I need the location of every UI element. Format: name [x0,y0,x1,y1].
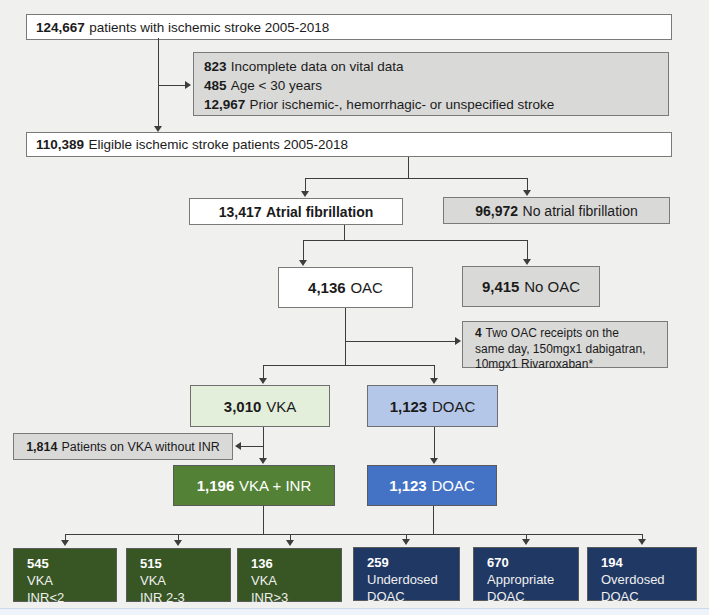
label: VKA [27,573,53,588]
flow-arrow-down [259,458,267,464]
flow-line [305,178,306,191]
label: DOAC [367,589,405,604]
label: VKA + INR [239,477,311,494]
flow-line [303,240,527,241]
flow-arrow-right [185,81,191,89]
flow-arrow-down [430,458,438,464]
label: Patients on VKA without INR [61,440,219,454]
exclusion-row: 823Incomplete data on vital data [204,57,668,76]
flow-arrow-down [61,540,69,546]
label: DOAC [487,589,525,604]
flow-line [434,365,435,378]
flow-line [263,365,264,378]
box-vka-inr: 1,196 VKA + INR [173,465,335,506]
box-vka-inr-target: 515 VKA INR 2-3 [126,548,231,602]
label: No atrial fibrillation [523,203,638,219]
value: 670 [487,554,578,571]
label: Eligible ischemic stroke patients 2005-2… [88,137,348,152]
value: 1,123 [389,477,427,494]
value: 1,196 [197,477,235,494]
box-doac-underdosed: 259 Underdosed DOAC [353,547,460,601]
flow-line [303,240,304,260]
box-oac-exclusion-note: 4Two OAC receipts on the same day, 150mg… [462,321,668,368]
note-line: 4Two OAC receipts on the [475,326,667,342]
flow-line [527,240,528,259]
flow-arrow-down [638,539,646,545]
flow-arrow-down [430,378,438,384]
value: 110,389 [36,137,84,152]
box-doac-overdosed: 194 Overdosed DOAC [587,547,697,601]
label: Atrial fibrillation [266,204,373,220]
label: VKA [266,398,296,415]
value: 4,136 [308,279,346,296]
label: INR>3 [251,590,288,605]
flow-line [263,506,264,534]
flow-line [158,38,159,129]
flow-line [305,178,527,179]
label: patients with ischemic stroke 2005-2018 [89,20,329,35]
value: 124,667 [36,20,85,35]
value: 259 [367,554,459,571]
flow-line [263,365,435,366]
note-line: 10mgx1 Rivaroxaban* [475,357,667,373]
label: VKA [251,573,277,588]
value: 485 [204,78,227,93]
label: No OAC [524,278,580,295]
flow-line [345,341,455,342]
box-exclusions: 823Incomplete data on vital data 485Age … [193,52,669,116]
label: Prior ischemic-, hemorrhagic- or unspeci… [250,97,555,112]
value: 1,814 [26,440,57,454]
value: 545 [27,555,116,572]
label: INR 2-3 [140,590,185,605]
box-doac: 1,123 DOAC [367,385,498,427]
flow-arrow-down [286,540,294,546]
box-vka-inr-high: 136 VKA INR>3 [237,548,342,602]
box-no-oac: 9,415 No OAC [462,266,600,307]
value: 823 [204,59,227,74]
value: 12,967 [204,97,245,112]
bottom-strip [0,608,709,615]
value: 4 [475,326,482,340]
label: DOAC [601,589,639,604]
box-total-patients: 124,667 patients with ischemic stroke 20… [26,14,672,40]
flow-line [344,225,345,240]
label: DOAC [432,477,475,494]
flow-line [433,506,434,534]
box-oac: 4,136 OAC [278,267,413,308]
flow-line [408,157,409,178]
flow-line [434,427,435,458]
flow-line [527,178,528,190]
box-vka-no-inr: 1,814 Patients on VKA without INR [13,433,233,460]
flow-arrow-down [402,539,410,545]
exclusion-row: 485Age < 30 years [204,76,668,95]
value: 1,123 [390,398,428,415]
value: 96,972 [475,203,518,219]
box-vka: 3,010 VKA [190,385,330,427]
box-vka-inr-low: 545 VKA INR<2 [13,548,117,602]
box-doac-treated: 1,123 DOAC [367,465,497,506]
box-atrial-fibrillation: 13,417 Atrial fibrillation [189,198,403,225]
flow-line [158,85,186,86]
flow-line [65,534,642,535]
box-eligible-patients: 110,389 Eligible ischemic stroke patient… [26,132,672,157]
label: Underdosed [367,572,438,587]
flow-arrow-right [455,337,461,345]
flow-arrow-down [154,126,162,132]
value: 194 [601,554,696,571]
flow-arrow-down [299,260,307,266]
flow-arrow-left [235,442,241,450]
label: Two OAC receipts on the [486,326,619,340]
value: 136 [251,555,341,572]
label: Overdosed [601,572,665,587]
value: 515 [140,555,230,572]
label: OAC [350,279,383,296]
flow-line [263,427,264,458]
label: VKA [140,573,166,588]
label: Appropriate [487,572,554,587]
label: Age < 30 years [231,78,322,93]
label: Incomplete data on vital data [231,59,404,74]
box-no-atrial-fibrillation: 96,972 No atrial fibrillation [443,197,670,224]
label: DOAC [432,398,475,415]
value: 3,010 [224,398,262,415]
flow-arrow-down [259,378,267,384]
